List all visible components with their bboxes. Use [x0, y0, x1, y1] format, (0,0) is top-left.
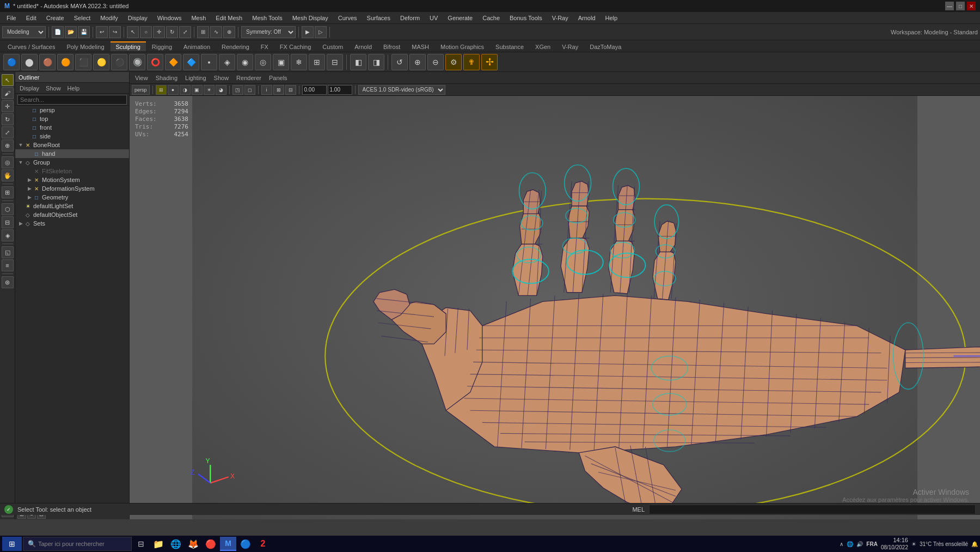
tree-item-persp[interactable]: □ persp — [15, 106, 129, 114]
shelf-tab-rendering[interactable]: Rendering — [216, 41, 255, 51]
shelf-tab-fx[interactable]: FX — [255, 41, 274, 51]
outliner-search-bar[interactable] — [15, 94, 129, 106]
vp-texture-btn[interactable]: ▣ — [192, 85, 203, 95]
menu-vray[interactable]: V-Ray — [548, 14, 573, 22]
snap-curve-btn[interactable]: ∿ — [210, 26, 222, 38]
menu-generate[interactable]: Generate — [443, 14, 477, 22]
taskbar-app3[interactable]: 2 — [255, 537, 271, 551]
tree-item-deformationsystem[interactable]: ▶ ✕ DeformationSystem — [15, 184, 129, 193]
shelf-tab-mash[interactable]: MASH — [406, 41, 434, 51]
vp-menu-renderer[interactable]: Renderer — [233, 75, 265, 81]
menu-uv[interactable]: UV — [425, 14, 442, 22]
menu-display[interactable]: Display — [124, 14, 152, 22]
vp-persp-btn[interactable]: persp — [132, 85, 150, 95]
menu-arnold[interactable]: Arnold — [574, 14, 600, 22]
tree-item-top[interactable]: □ top — [15, 114, 129, 123]
move-tool-btn[interactable]: ✛ — [2, 100, 14, 112]
taskbar-maya[interactable]: M — [220, 537, 236, 551]
shelf-sculpt-knife[interactable]: ◈ — [219, 54, 235, 70]
vp-near-clip-input[interactable] — [302, 85, 327, 95]
taskbar-search[interactable]: 🔍 Taper ici pour rechercher — [23, 537, 132, 551]
menu-deform[interactable]: Deform — [396, 14, 424, 22]
shelf-sculpt-imprint[interactable]: ⭕ — [147, 54, 163, 70]
taskbar-firefox[interactable]: 🦊 — [185, 537, 201, 551]
shelf-sculpt-repeat[interactable]: 🔘 — [129, 54, 145, 70]
mode-dropdown[interactable]: Modeling — [2, 26, 46, 38]
scale-tool-btn[interactable]: ⤢ — [2, 126, 14, 138]
shelf-sculpt-twist[interactable]: ↺ — [391, 54, 408, 70]
shelf-sculpt-push[interactable]: ⊕ — [409, 54, 426, 70]
snap-grid-btn2[interactable]: ⊟ — [2, 216, 14, 228]
minimize-btn[interactable]: — — [945, 2, 954, 10]
outliner-menu-display[interactable]: Display — [17, 85, 41, 92]
shelf-sculpt-smooth[interactable]: 🔵 — [3, 54, 20, 70]
lasso-btn[interactable]: ○ — [140, 26, 152, 38]
menu-mesh-tools[interactable]: Mesh Tools — [248, 14, 286, 22]
vp-grid-btn[interactable]: ⊟ — [285, 85, 296, 95]
menu-edit[interactable]: Edit — [22, 14, 41, 22]
shelf-sculpt-smear[interactable]: ◉ — [237, 54, 253, 70]
menu-mesh-display[interactable]: Mesh Display — [288, 14, 333, 22]
shelf-sculpt-freeze[interactable]: ❄ — [291, 54, 307, 70]
vp-hud-btn[interactable]: i — [261, 85, 272, 95]
vp-menu-lighting[interactable]: Lighting — [182, 75, 210, 81]
shelf-sculpt-paint[interactable]: ◨ — [368, 54, 384, 70]
vp-shadow-btn[interactable]: ◕ — [216, 85, 226, 95]
taskbar-app2[interactable]: 🔵 — [237, 537, 254, 551]
tray-network[interactable]: 🌐 — [847, 541, 853, 547]
menu-file[interactable]: File — [2, 14, 21, 22]
shelf-sculpt-cross2[interactable]: ✢ — [481, 54, 498, 70]
tree-item-front[interactable]: □ front — [15, 123, 129, 132]
viewport[interactable]: View Shading Lighting Show Renderer Pane… — [130, 72, 980, 519]
shelf-tab-substance[interactable]: Substance — [490, 41, 529, 51]
shelf-tab-poly[interactable]: Poly Modeling — [61, 41, 109, 51]
shelf-tab-animation[interactable]: Animation — [178, 41, 216, 51]
new-scene-btn[interactable]: 📄 — [52, 26, 64, 38]
vp-menu-shading[interactable]: Shading — [152, 75, 181, 81]
vp-menu-panels[interactable]: Panels — [266, 75, 291, 81]
item-attrs-btn[interactable]: ≡ — [2, 259, 14, 271]
shelf-tab-motion-graphics[interactable]: Motion Graphics — [435, 41, 489, 51]
shelf-sculpt-fill[interactable]: ▪ — [201, 54, 217, 70]
vp-wireframe-btn[interactable]: ⊞ — [156, 85, 167, 95]
task-view-btn[interactable]: ⊟ — [133, 537, 149, 551]
outliner-menu-help[interactable]: Help — [65, 85, 82, 92]
close-btn[interactable]: ✕ — [967, 2, 976, 10]
taskbar-chrome[interactable]: 🌐 — [168, 537, 184, 551]
vp-shaded-btn[interactable]: ◑ — [180, 85, 191, 95]
select-tool-btn[interactable]: ↖ — [2, 74, 14, 86]
shelf-sculpt-bulge[interactable]: ◎ — [255, 54, 271, 70]
vp-all-lights-btn[interactable]: ☀ — [204, 85, 215, 95]
menu-curves[interactable]: Curves — [334, 14, 362, 22]
shelf-sculpt-flatten[interactable]: ⬛ — [75, 54, 91, 70]
symmetry-dropdown[interactable]: Symmetry: Off — [241, 26, 296, 38]
titlebar-controls[interactable]: — □ ✕ — [945, 2, 976, 10]
shelf-sculpt-spray[interactable]: ⚫ — [111, 54, 127, 70]
maximize-btn[interactable]: □ — [956, 2, 965, 10]
render-region-btn[interactable]: ◱ — [2, 246, 14, 258]
sculpt-tool-btn[interactable]: 🖐 — [2, 169, 14, 181]
shelf-tab-arnold[interactable]: Arnold — [349, 41, 377, 51]
menu-create[interactable]: Create — [42, 14, 69, 22]
node-editor-btn[interactable]: ⊛ — [2, 276, 14, 288]
shelf-sculpt-cross[interactable]: ✟ — [463, 54, 480, 70]
vp-gate-btn[interactable]: ⊠ — [273, 85, 284, 95]
vp-menu-show[interactable]: Show — [211, 75, 232, 81]
shelf-tab-xgen[interactable]: XGen — [530, 41, 556, 51]
tree-item-boneroot[interactable]: ▼ ✕ BoneRoot — [15, 141, 129, 149]
tree-item-group[interactable]: ▼ ◇ Group — [15, 158, 129, 167]
menu-bonus-tools[interactable]: Bonus Tools — [505, 14, 547, 22]
vp-smooth-btn[interactable]: ● — [168, 85, 179, 95]
paint-select-btn[interactable]: 🖌 — [2, 87, 14, 99]
menu-help[interactable]: Help — [601, 14, 622, 22]
shelf-sculpt-grid[interactable]: ⊟ — [327, 54, 343, 70]
universal-manip-btn[interactable]: ⊕ — [2, 139, 14, 151]
snap-grid-btn[interactable]: ⊞ — [197, 26, 209, 38]
rotate-tool-btn[interactable]: ↻ — [2, 113, 14, 125]
taskbar-app1[interactable]: 🔴 — [203, 537, 219, 551]
vp-isolate-btn[interactable]: ◳ — [232, 85, 243, 95]
tree-item-defaultobjectset[interactable]: ◇ defaultObjectSet — [15, 210, 129, 219]
tree-item-sets[interactable]: ▶ ◇ Sets — [15, 219, 129, 228]
shelf-sculpt-pull[interactable]: ⊖ — [427, 54, 444, 70]
shelf-sculpt-special1[interactable]: ⚙ — [445, 54, 462, 70]
